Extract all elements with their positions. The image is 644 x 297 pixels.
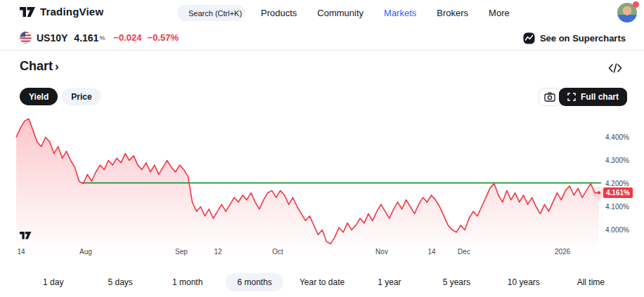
top-navbar: TradingView Search (Ctrl+K) Products Com… xyxy=(0,0,644,25)
y-axis-tick: 4.000% xyxy=(605,226,629,234)
nav-item-markets[interactable]: Markets xyxy=(384,8,416,18)
see-on-supercharts-link[interactable]: See on Supercharts xyxy=(523,25,626,51)
fullscreen-icon xyxy=(567,93,576,101)
range-10-years[interactable]: 10 years xyxy=(496,273,551,291)
chevron-right-icon: › xyxy=(55,60,59,74)
code-icon xyxy=(607,62,623,74)
nav-item-brokers[interactable]: Brokers xyxy=(437,8,468,18)
range-year-to-date[interactable]: Year to date xyxy=(288,273,356,291)
series-toggle: Yield Price xyxy=(20,88,101,105)
area-fill xyxy=(16,119,599,253)
nav-links: Products Community Markets Brokers More xyxy=(261,0,510,25)
y-axis-tick: 4.300% xyxy=(605,157,629,164)
supercharts-label: See on Supercharts xyxy=(540,33,626,44)
price-toggle-button[interactable]: Price xyxy=(62,88,101,105)
yield-area-chart[interactable] xyxy=(0,111,644,254)
chart-section-link[interactable]: Chart › xyxy=(20,59,59,74)
supercharts-icon xyxy=(523,32,535,44)
search-input[interactable]: Search (Ctrl+K) xyxy=(177,5,245,21)
last-point-marker xyxy=(598,191,600,194)
snapshot-button[interactable] xyxy=(539,88,561,106)
symbol-ticker[interactable]: US10Y xyxy=(37,32,67,44)
full-chart-label: Full chart xyxy=(581,92,619,102)
y-axis-tick: 4.100% xyxy=(605,203,629,211)
price-change-percent: −0.57% xyxy=(148,32,179,43)
user-menu-button[interactable] xyxy=(617,3,638,24)
nav-item-more[interactable]: More xyxy=(489,8,510,18)
embed-code-button[interactable] xyxy=(607,62,623,74)
x-axis-tick: Aug xyxy=(79,248,92,256)
x-axis-tick: Dec xyxy=(458,248,470,256)
range-1-day[interactable]: 1 day xyxy=(32,273,75,291)
price-change: −0.024 xyxy=(113,32,141,43)
tradingview-page: TradingView Search (Ctrl+K) Products Com… xyxy=(0,0,644,297)
range-selector: 1 day 5 days 1 month 6 months Year to da… xyxy=(20,272,624,292)
camera-icon xyxy=(544,92,555,102)
yield-toggle-button[interactable]: Yield xyxy=(20,88,58,105)
tradingview-logo[interactable]: TradingView xyxy=(20,6,103,18)
range-all-time[interactable]: All time xyxy=(566,273,616,291)
symbol-bar: US10Y 4.161 % −0.024 −0.57% See on Super… xyxy=(0,25,644,51)
nav-item-community[interactable]: Community xyxy=(317,8,363,18)
range-5-days[interactable]: 5 days xyxy=(97,273,144,291)
page-title: Chart xyxy=(20,59,53,74)
x-axis-tick: 2026 xyxy=(555,248,570,256)
x-axis-tick: 14 xyxy=(427,248,435,256)
range-6-months[interactable]: 6 months xyxy=(226,273,283,291)
last-value-badge: 4.161% xyxy=(603,187,633,198)
x-axis-tick: 12 xyxy=(214,248,221,256)
x-axis-tick: Oct xyxy=(272,248,283,256)
us-flag-icon xyxy=(20,32,32,44)
x-axis-tick: Sep xyxy=(175,248,188,256)
range-1-month[interactable]: 1 month xyxy=(161,273,214,291)
search-placeholder: Search (Ctrl+K) xyxy=(188,9,242,18)
nav-item-products[interactable]: Products xyxy=(261,8,297,18)
last-price: 4.161 xyxy=(74,32,98,44)
range-5-years[interactable]: 5 years xyxy=(432,273,482,291)
x-axis-tick: 14 xyxy=(17,248,25,256)
y-axis-tick: 4.400% xyxy=(605,133,629,141)
tradingview-logo-icon xyxy=(20,7,35,17)
full-chart-button[interactable]: Full chart xyxy=(559,88,627,106)
x-axis-tick: Nov xyxy=(375,248,388,256)
price-unit: % xyxy=(99,34,105,41)
y-axis-tick: 4.200% xyxy=(605,180,629,187)
notification-dot xyxy=(633,1,639,8)
range-1-year[interactable]: 1 year xyxy=(366,273,412,291)
brand-name: TradingView xyxy=(40,6,103,18)
